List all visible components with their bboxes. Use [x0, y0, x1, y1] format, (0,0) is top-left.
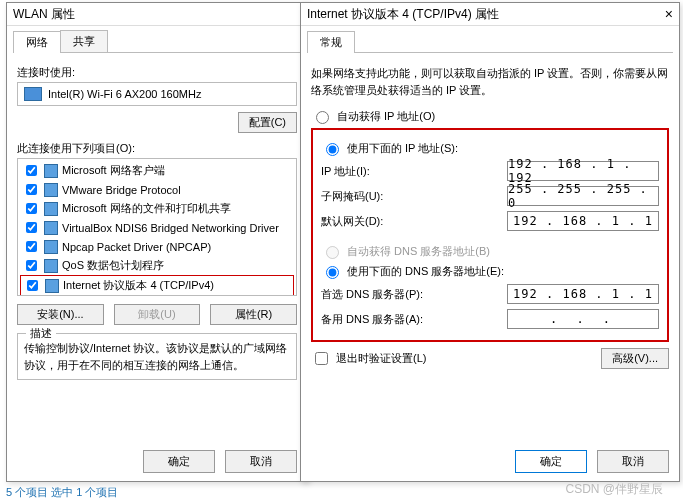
list-item: QoS 数据包计划程序 — [20, 256, 294, 275]
list-item: Microsoft 网络客户端 — [20, 161, 294, 180]
ipv4-info-text: 如果网络支持此功能，则可以获取自动指派的 IP 设置。否则，你需要从网络系统管理… — [311, 65, 669, 98]
dns2-label: 备用 DNS 服务器(A): — [321, 312, 507, 327]
list-item: Npcap Packet Driver (NPCAP) — [20, 237, 294, 256]
ip-address-label: IP 地址(I): — [321, 164, 507, 179]
ipv4-cancel-button[interactable]: 取消 — [597, 450, 669, 473]
manual-dns-radio[interactable] — [326, 266, 339, 279]
watermark-text: CSDN @伴野星辰 — [565, 481, 663, 498]
wlan-body: 连接时使用: Intel(R) Wi-Fi 6 AX200 160MHz 配置(… — [7, 53, 307, 388]
wlan-ok-button[interactable]: 确定 — [143, 450, 215, 473]
item-checkbox[interactable] — [27, 280, 38, 291]
ipv4-title: Internet 协议版本 4 (TCP/IPv4) 属性 — [307, 3, 499, 25]
network-adapter-icon — [24, 87, 42, 101]
gateway-label: 默认网关(D): — [321, 214, 507, 229]
components-listbox[interactable]: Microsoft 网络客户端 VMware Bridge Protocol M… — [17, 158, 297, 296]
gateway-field[interactable]: 192 . 168 . 1 . 1 — [507, 211, 659, 231]
service-icon — [45, 279, 59, 293]
uninstall-button: 卸载(U) — [114, 304, 201, 325]
tab-sharing[interactable]: 共享 — [60, 30, 108, 52]
service-icon — [44, 164, 58, 178]
auto-dns-radio — [326, 246, 339, 259]
service-icon — [44, 221, 58, 235]
item-checkbox[interactable] — [26, 203, 37, 214]
dns1-field[interactable]: 192 . 168 . 1 . 1 — [507, 284, 659, 304]
adapter-name: Intel(R) Wi-Fi 6 AX200 160MHz — [48, 88, 201, 100]
dns1-label: 首选 DNS 服务器(P): — [321, 287, 507, 302]
wlan-cancel-button[interactable]: 取消 — [225, 450, 297, 473]
ipv4-ok-button[interactable]: 确定 — [515, 450, 587, 473]
ipv4-tabs: 常规 — [307, 30, 673, 53]
subnet-mask-field[interactable]: 255 . 255 . 255 . 0 — [507, 186, 659, 206]
item-checkbox[interactable] — [26, 184, 37, 195]
wlan-tabs: 网络 共享 — [13, 30, 301, 53]
tab-general[interactable]: 常规 — [307, 31, 355, 53]
properties-button[interactable]: 属性(R) — [210, 304, 297, 325]
item-checkbox[interactable] — [26, 241, 37, 252]
tab-network[interactable]: 网络 — [13, 31, 61, 53]
close-icon[interactable]: × — [665, 3, 673, 25]
list-item: Microsoft 网络的文件和打印机共享 — [20, 199, 294, 218]
service-icon — [44, 183, 58, 197]
service-icon — [44, 240, 58, 254]
configure-button[interactable]: 配置(C) — [238, 112, 297, 133]
ip-address-field[interactable]: 192 . 168 . 1 . 192 — [507, 161, 659, 181]
tcpipv4-properties-dialog: Internet 协议版本 4 (TCP/IPv4) 属性 × 常规 如果网络支… — [300, 2, 680, 482]
service-icon — [44, 259, 58, 273]
auto-ip-radio[interactable] — [316, 111, 329, 124]
dns2-field[interactable]: . . . — [507, 309, 659, 329]
service-icon — [44, 202, 58, 216]
item-checkbox[interactable] — [26, 260, 37, 271]
list-item: VMware Bridge Protocol — [20, 180, 294, 199]
install-button[interactable]: 安装(N)... — [17, 304, 104, 325]
status-bar-text: 5 个项目 选中 1 个项目 — [6, 485, 118, 500]
manual-ip-radio[interactable] — [326, 143, 339, 156]
advanced-button[interactable]: 高级(V)... — [601, 348, 669, 369]
list-item: VirtualBox NDIS6 Bridged Networking Driv… — [20, 218, 294, 237]
ipv4-body: 如果网络支持此功能，则可以获取自动指派的 IP 设置。否则，你需要从网络系统管理… — [301, 53, 679, 383]
items-label: 此连接使用下列项目(O): — [17, 141, 297, 156]
list-item-tcpipv4: Internet 协议版本 4 (TCP/IPv4) — [20, 275, 294, 296]
item-checkbox[interactable] — [26, 165, 37, 176]
item-checkbox[interactable] — [26, 222, 37, 233]
validate-checkbox[interactable] — [315, 352, 328, 365]
adapter-box: Intel(R) Wi-Fi 6 AX200 160MHz — [17, 82, 297, 106]
wlan-title: WLAN 属性 — [13, 3, 75, 25]
wlan-properties-dialog: WLAN 属性 网络 共享 连接时使用: Intel(R) Wi-Fi 6 AX… — [6, 2, 308, 482]
description-text: 传输控制协议/Internet 协议。该协议是默认的广域网络协议，用于在不同的相… — [24, 340, 290, 373]
description-group: 描述 传输控制协议/Internet 协议。该协议是默认的广域网络协议，用于在不… — [17, 333, 297, 380]
connect-using-label: 连接时使用: — [17, 65, 297, 80]
ip-dns-highlight-box: 使用下面的 IP 地址(S): IP 地址(I):192 . 168 . 1 .… — [311, 128, 669, 342]
wlan-titlebar: WLAN 属性 — [7, 3, 307, 26]
subnet-mask-label: 子网掩码(U): — [321, 189, 507, 204]
ipv4-titlebar: Internet 协议版本 4 (TCP/IPv4) 属性 × — [301, 3, 679, 26]
description-title: 描述 — [26, 326, 56, 341]
